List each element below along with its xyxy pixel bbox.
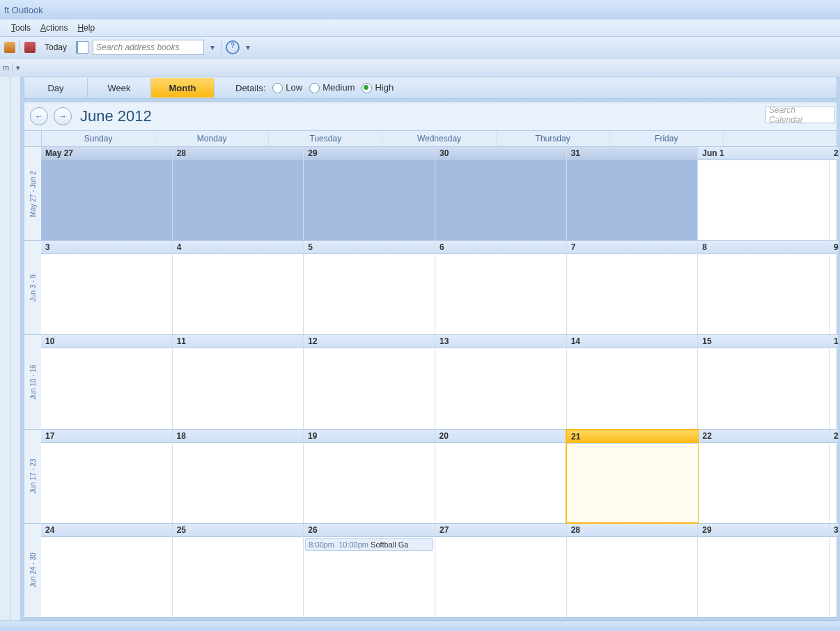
day-body[interactable] [698, 348, 829, 428]
search-calendar-input[interactable]: Search Calendar [765, 107, 835, 123]
calendar-day-cell[interactable]: 14 [567, 335, 699, 428]
day-body[interactable] [435, 160, 566, 240]
day-body[interactable] [41, 160, 172, 240]
calendar-day-cell[interactable]: 29 [304, 147, 435, 240]
calendar-day-cell[interactable]: 29 [698, 524, 830, 617]
day-body[interactable] [41, 537, 172, 617]
calendar-day-cell-cutoff[interactable]: 9 [830, 241, 837, 334]
day-body[interactable] [567, 348, 698, 428]
calendar-day-cell[interactable]: 28 [567, 524, 699, 617]
day-body[interactable] [699, 443, 830, 523]
search-address-books-input[interactable]: Search address books [93, 40, 204, 55]
details-medium-radio[interactable]: Medium [309, 82, 355, 93]
left-gutter-collapsed[interactable] [0, 77, 10, 621]
day-body[interactable] [567, 444, 698, 522]
toolbar2-dropdown-icon[interactable]: ▾ [12, 63, 24, 72]
view-week-button[interactable]: Week [88, 78, 151, 98]
calendar-day-cell[interactable]: 15 [698, 335, 830, 428]
day-body[interactable] [698, 254, 829, 334]
week-label[interactable]: Jun 17 - 23 [24, 430, 41, 524]
menu-help[interactable]: Help [77, 23, 95, 33]
day-body[interactable] [173, 254, 304, 334]
calendar-day-cell[interactable]: May 27 [41, 147, 173, 240]
calendar-day-cell[interactable]: 17 [41, 430, 173, 523]
calendar-day-cell[interactable]: 20 [435, 430, 567, 523]
details-low-radio[interactable]: Low [272, 82, 302, 93]
week-label[interactable]: Jun 24 - 30 [24, 524, 41, 618]
weekday-friday[interactable]: Friday [610, 131, 724, 146]
calendar-day-cell[interactable]: 11 [173, 335, 304, 428]
toolbar-icon-1[interactable] [4, 42, 15, 53]
help-dropdown-icon[interactable]: ▾ [244, 42, 252, 52]
day-body[interactable] [435, 348, 566, 428]
calendar-day-cell-cutoff[interactable]: 1 [830, 335, 837, 428]
prev-month-button[interactable]: ← [30, 107, 48, 125]
address-book-icon[interactable] [76, 41, 88, 54]
week-label[interactable]: Jun 10 - 16 [24, 335, 41, 429]
weekday-tuesday[interactable]: Tuesday [269, 131, 382, 146]
next-month-button[interactable]: → [54, 107, 72, 125]
week-label[interactable]: Jun 3 - 9 [24, 241, 41, 335]
day-body[interactable] [304, 443, 435, 523]
day-body[interactable] [698, 160, 829, 240]
details-high-radio[interactable]: High [361, 82, 394, 93]
calendar-day-cell[interactable]: 27 [435, 524, 567, 617]
day-body[interactable] [304, 160, 435, 240]
weekday-monday[interactable]: Monday [155, 131, 269, 146]
view-day-button[interactable]: Day [24, 78, 88, 98]
calendar-day-cell[interactable]: 24 [41, 524, 173, 617]
today-button[interactable]: Today [40, 40, 72, 54]
weekday-sunday[interactable]: Sunday [42, 131, 155, 146]
calendar-day-cell[interactable]: 4 [173, 241, 304, 334]
day-body[interactable] [435, 537, 566, 617]
day-body[interactable]: 8:00pm 10:00pm Softball Ga [304, 537, 435, 617]
calendar-day-cell[interactable]: 19 [304, 430, 435, 523]
calendar-day-cell-cutoff[interactable]: 2 [830, 147, 837, 240]
nav-pane-collapsed[interactable] [10, 77, 21, 621]
toolbar-icon-2[interactable] [24, 42, 36, 53]
calendar-day-cell-cutoff[interactable]: 2 [830, 430, 837, 523]
calendar-day-cell[interactable]: 12 [304, 335, 435, 428]
day-body[interactable] [304, 254, 435, 334]
calendar-day-cell[interactable]: 8 [698, 241, 830, 334]
calendar-day-cell[interactable]: 30 [435, 147, 567, 240]
day-body[interactable] [173, 348, 304, 428]
day-body[interactable] [567, 537, 698, 617]
day-body[interactable] [567, 160, 698, 240]
calendar-day-cell[interactable]: 31 [567, 147, 699, 240]
calendar-day-cell-cutoff[interactable]: 3 [830, 524, 837, 617]
day-body[interactable] [173, 160, 304, 240]
calendar-event[interactable]: 8:00pm 10:00pm Softball Ga [305, 538, 433, 551]
calendar-day-cell[interactable]: 7 [567, 241, 699, 334]
view-month-button[interactable]: Month [151, 78, 215, 98]
calendar-day-cell[interactable]: 28 [173, 147, 304, 240]
calendar-day-cell[interactable]: 18 [173, 430, 304, 523]
day-body[interactable] [173, 537, 304, 617]
search-dropdown-icon[interactable]: ▾ [208, 42, 217, 52]
day-body[interactable] [567, 254, 698, 334]
weekday-wednesday[interactable]: Wednesday [382, 131, 496, 146]
calendar-day-cell[interactable]: 21 [566, 429, 699, 524]
week-label[interactable]: May 27 - Jun 2 [24, 147, 41, 241]
day-body[interactable] [41, 254, 172, 334]
day-body[interactable] [435, 443, 566, 523]
day-body[interactable] [41, 348, 172, 428]
calendar-day-cell[interactable]: 22 [699, 430, 830, 523]
calendar-day-cell[interactable]: 10 [41, 335, 173, 428]
day-body[interactable] [173, 443, 304, 523]
menu-actions[interactable]: Actions [40, 23, 68, 33]
menu-tools[interactable]: Tools [11, 23, 31, 33]
day-body[interactable] [304, 348, 435, 428]
calendar-day-cell[interactable]: Jun 1 [698, 147, 830, 240]
weekday-thursday[interactable]: Thursday [497, 131, 610, 146]
calendar-day-cell[interactable]: 268:00pm 10:00pm Softball Ga [304, 524, 435, 617]
day-body[interactable] [698, 537, 829, 617]
calendar-day-cell[interactable]: 25 [173, 524, 304, 617]
day-body[interactable] [41, 443, 172, 523]
calendar-day-cell[interactable]: 13 [435, 335, 567, 428]
calendar-day-cell[interactable]: 6 [435, 241, 567, 334]
day-body[interactable] [435, 254, 566, 334]
calendar-day-cell[interactable]: 3 [41, 241, 173, 334]
calendar-day-cell[interactable]: 5 [304, 241, 435, 334]
help-icon[interactable]: ? [226, 40, 240, 54]
